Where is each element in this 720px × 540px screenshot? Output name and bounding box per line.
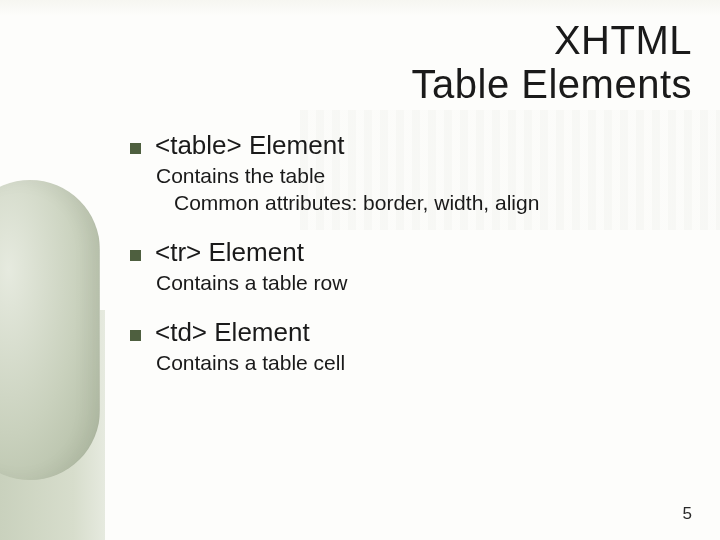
item-body: Contains a table cell bbox=[156, 350, 690, 377]
title-line-1: XHTML bbox=[0, 18, 692, 62]
list-item-head: <table> Element bbox=[130, 130, 690, 161]
bullet-square-icon bbox=[130, 330, 141, 341]
item-desc: Contains a table cell bbox=[156, 350, 690, 377]
item-title: <table> Element bbox=[155, 130, 344, 161]
bullet-square-icon bbox=[130, 143, 141, 154]
item-title: <td> Element bbox=[155, 317, 310, 348]
item-title: <tr> Element bbox=[155, 237, 304, 268]
slide-content: <table> Element Contains the table Commo… bbox=[130, 130, 690, 397]
slide-title: XHTML Table Elements bbox=[0, 18, 692, 106]
decorative-side-capsule bbox=[0, 180, 100, 480]
list-item: <td> Element Contains a table cell bbox=[130, 317, 690, 377]
list-item-head: <td> Element bbox=[130, 317, 690, 348]
list-item-head: <tr> Element bbox=[130, 237, 690, 268]
list-item: <table> Element Contains the table Commo… bbox=[130, 130, 690, 217]
item-desc-secondary: Common attributes: border, width, align bbox=[174, 190, 690, 217]
title-line-2: Table Elements bbox=[0, 62, 692, 106]
item-desc: Contains the table bbox=[156, 163, 690, 190]
item-desc: Contains a table row bbox=[156, 270, 690, 297]
item-body: Contains a table row bbox=[156, 270, 690, 297]
bullet-square-icon bbox=[130, 250, 141, 261]
list-item: <tr> Element Contains a table row bbox=[130, 237, 690, 297]
item-body: Contains the table Common attributes: bo… bbox=[156, 163, 690, 217]
page-number: 5 bbox=[683, 504, 692, 524]
